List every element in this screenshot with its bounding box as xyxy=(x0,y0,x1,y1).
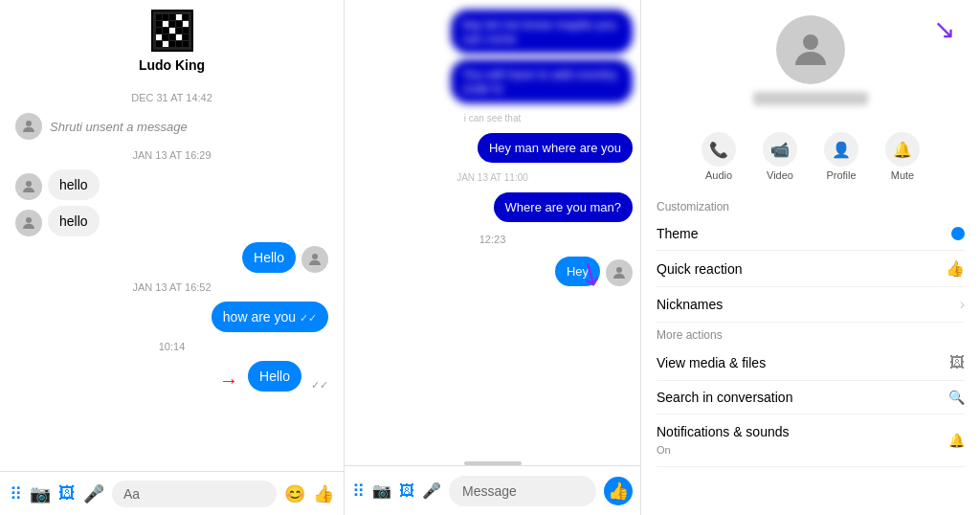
bubble-Hello-sent: Hello xyxy=(242,242,296,273)
mid-row-blurred-2: You will have to add country code to xyxy=(352,59,633,103)
theme-dot-icon xyxy=(951,227,965,240)
unsent-row: Shruti unsent a message xyxy=(0,109,344,144)
video-label: Video xyxy=(767,169,793,181)
profile-avatar xyxy=(776,15,845,84)
video-circle: 📹 xyxy=(763,132,797,167)
search-conv-label: Search in conversation xyxy=(657,390,792,405)
svg-point-0 xyxy=(26,121,32,126)
svg-point-1 xyxy=(26,181,32,187)
section-more-actions: More actions xyxy=(657,328,965,342)
camera-icon[interactable]: 📷 xyxy=(30,483,51,504)
emoji-icon[interactable]: 😊 xyxy=(284,483,305,504)
thumbs-up-icon[interactable]: 👍 xyxy=(313,483,334,504)
bubble-hello-2: hello xyxy=(48,206,100,236)
check-icon: ✓✓ xyxy=(311,379,328,392)
unsent-message: Shruti unsent a message xyxy=(50,120,188,134)
bell-icon: 🔔 xyxy=(948,433,965,448)
nicknames-right: › xyxy=(960,296,965,313)
right-profile-section: ↘ xyxy=(657,15,965,119)
audio-circle: 📞 xyxy=(702,132,736,167)
message-row: hello xyxy=(0,203,344,239)
mid-bubble-blurred-2: You will have to add country code to xyxy=(451,59,633,103)
message-row-sent: Hello xyxy=(0,239,344,276)
message-row-hello-arrow: → Hello ✓✓ xyxy=(0,358,344,394)
profile-name-blurred xyxy=(753,92,868,105)
mid-bubble-where-are-you: Hey man where are you xyxy=(478,133,633,163)
mid-image-icon[interactable]: 🖼 xyxy=(399,482,414,500)
notifications-right: 🔔 xyxy=(948,433,965,448)
action-icons-row: 📞 Audio 📹 Video 👤 Profile 🔔 Mute xyxy=(657,132,965,181)
reaction-right: 👍 xyxy=(946,259,965,278)
scroll-indicator xyxy=(464,461,522,465)
mid-bottom-bar: ⠿ 📷 🖼 🎤 Message 👍 xyxy=(345,465,640,515)
action-mute[interactable]: 🔔 Mute xyxy=(885,132,920,181)
message-input-mid[interactable]: Message xyxy=(449,476,596,506)
mid-grid-icon[interactable]: ⠿ xyxy=(352,481,365,502)
mute-circle: 🔔 xyxy=(885,132,920,167)
menu-notifications[interactable]: Notifications & sounds On 🔔 xyxy=(657,414,965,467)
menu-nicknames[interactable]: Nicknames › xyxy=(657,287,965,323)
avatar-shruti xyxy=(15,113,42,140)
svg-point-4 xyxy=(616,267,622,273)
search-icon: 🔍 xyxy=(948,390,965,405)
image-grid-icon: 🖼 xyxy=(949,354,965,371)
svg-point-2 xyxy=(26,217,32,223)
contact-header: Ludo King xyxy=(0,0,344,86)
notifications-label: Notifications & sounds xyxy=(657,424,790,439)
message-input-left[interactable]: Aa xyxy=(112,481,277,507)
grid-icon[interactable]: ⠿ xyxy=(10,483,22,504)
search-right: 🔍 xyxy=(948,390,965,405)
menu-theme[interactable]: Theme xyxy=(657,217,965,251)
menu-view-media[interactable]: View media & files 🖼 xyxy=(657,346,965,381)
section-customization: Customization xyxy=(657,200,965,213)
mute-label: Mute xyxy=(891,169,914,181)
mid-panel: hey let me know maybe you can come You w… xyxy=(345,0,641,515)
action-audio[interactable]: 📞 Audio xyxy=(702,132,736,181)
bubble-hello-highlighted: Hello xyxy=(248,361,301,392)
bubble-hello-1: hello xyxy=(48,169,100,200)
left-panel: Ludo King DEC 31 AT 14:42 Shruti unsent … xyxy=(0,0,345,515)
image-icon[interactable]: 🖼 xyxy=(58,483,76,504)
menu-quick-reaction[interactable]: Quick reaction 👍 xyxy=(657,251,965,287)
timestamp-jan13-1629: JAN 13 AT 16:29 xyxy=(0,149,344,161)
mid-row-3: Hey man where are you xyxy=(352,133,633,163)
theme-right xyxy=(951,227,965,240)
red-arrow-icon: → xyxy=(219,369,238,392)
mid-camera-icon[interactable]: 📷 xyxy=(372,481,391,500)
contact-name: Ludo King xyxy=(139,57,205,73)
media-right: 🖼 xyxy=(949,354,965,371)
message-row-how: how are you ✓✓ xyxy=(0,299,344,335)
timestamp-dec31: DEC 31 AT 14:42 xyxy=(0,92,344,103)
audio-label: Audio xyxy=(705,169,732,181)
notifications-left: Notifications & sounds On xyxy=(657,423,790,458)
menu-search-conversation[interactable]: Search in conversation 🔍 xyxy=(657,381,965,414)
mid-bubble-where-man: Where are you man? xyxy=(494,192,633,222)
notifications-sub: On xyxy=(657,444,671,456)
theme-label: Theme xyxy=(657,226,699,241)
qr-code xyxy=(151,10,193,52)
thumbs-up-blue-icon: 👍 xyxy=(946,259,965,278)
mid-mic-icon[interactable]: 🎤 xyxy=(422,481,441,500)
mic-icon[interactable]: 🎤 xyxy=(83,483,104,504)
svg-point-3 xyxy=(312,254,318,259)
mid-row-4: Where are you man? xyxy=(352,192,633,222)
avatar-self xyxy=(301,246,328,273)
quick-reaction-label: Quick reaction xyxy=(657,261,742,277)
mid-timestamp-label2: JAN 13 AT 11:00 xyxy=(352,172,633,183)
action-profile[interactable]: 👤 Profile xyxy=(824,132,858,181)
message-row: hello xyxy=(0,167,344,203)
mid-row-blurred-1: hey let me know maybe you can come xyxy=(352,10,633,54)
bubble-how-are-you: how are you ✓✓ xyxy=(212,302,328,332)
nicknames-label: Nicknames xyxy=(657,297,723,312)
right-panel: ↘ 📞 Audio 📹 Video 👤 Profile 🔔 Mute Custo… xyxy=(641,0,980,515)
svg-point-5 xyxy=(803,34,818,50)
mid-timestamp-label: i can see that xyxy=(352,113,633,123)
timestamp-jan13-1652: JAN 13 AT 16:52 xyxy=(0,281,344,293)
avatar-sm xyxy=(15,173,42,200)
action-video[interactable]: 📹 Video xyxy=(763,132,797,181)
timestamp-1014: 10:14 xyxy=(0,341,344,352)
chevron-right-icon: › xyxy=(960,296,965,313)
left-bottom-bar: ⠿ 📷 🖼 🎤 Aa 😊 👍 xyxy=(0,471,344,515)
mid-send-icon[interactable]: 👍 xyxy=(604,477,633,505)
view-media-label: View media & files xyxy=(657,355,766,370)
